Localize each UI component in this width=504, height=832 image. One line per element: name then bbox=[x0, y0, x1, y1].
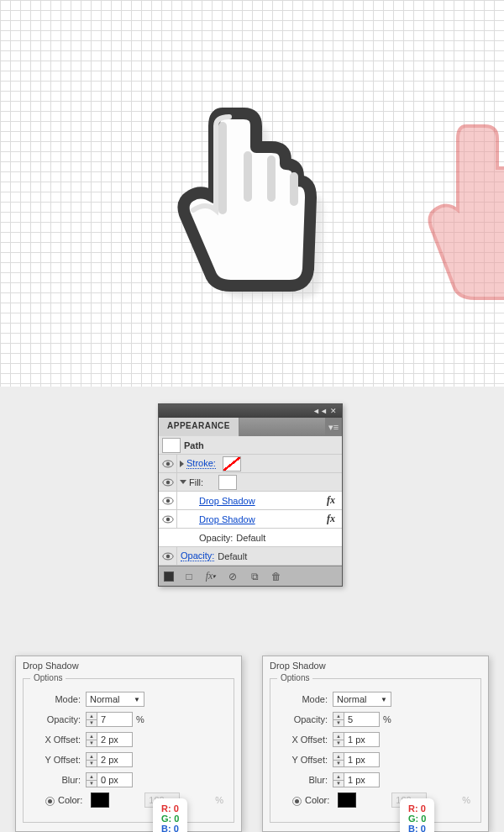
color-radio[interactable] bbox=[292, 797, 302, 806]
row-effect-2[interactable]: Drop Shadow fx bbox=[159, 510, 342, 529]
row-path[interactable]: Path bbox=[159, 436, 342, 455]
xoffset-stepper[interactable]: ▲▼1 px bbox=[333, 732, 380, 747]
mode-select[interactable]: Normal▼ bbox=[333, 692, 391, 707]
opacity-value: Default bbox=[236, 533, 265, 543]
artboard[interactable] bbox=[0, 0, 504, 387]
collapse-icon[interactable]: ◄◄ bbox=[315, 407, 325, 415]
color-swatch[interactable] bbox=[91, 793, 109, 808]
color-label: Color: bbox=[305, 795, 329, 805]
visibility-icon[interactable] bbox=[159, 492, 177, 510]
disclosure-down-icon[interactable] bbox=[180, 480, 186, 484]
drop-shadow-dialog-2: Drop Shadow Options Mode:Normal▼ Opacity… bbox=[262, 656, 489, 832]
options-label: Options bbox=[30, 673, 66, 682]
row-fill[interactable]: Fill: bbox=[159, 473, 342, 492]
yoffset-label: Y Offset: bbox=[30, 755, 81, 765]
new-stroke-icon[interactable]: □ bbox=[182, 570, 196, 583]
yoffset-row: Y Offset: ▲▼2 px bbox=[30, 751, 227, 768]
color-radio[interactable] bbox=[45, 797, 55, 806]
fill-label: Fill: bbox=[189, 477, 203, 487]
options-label: Options bbox=[277, 673, 312, 682]
xoffset-row: X Offset: ▲▼2 px bbox=[30, 731, 227, 748]
yoffset-stepper[interactable]: ▲▼2 px bbox=[86, 752, 133, 767]
drop-shadow-dialog-1: Drop Shadow Options Mode: Normal▼ Opacit… bbox=[15, 656, 242, 832]
opacity-value: Default bbox=[218, 551, 247, 561]
opacity-stepper[interactable]: ▲▼5 bbox=[333, 712, 380, 727]
foot-swatch-icon[interactable] bbox=[164, 571, 174, 582]
dialog-title: Drop Shadow bbox=[263, 656, 488, 675]
rgb-g: G: 0 bbox=[161, 814, 179, 824]
rgb-r: R: 0 bbox=[408, 803, 426, 814]
path-label: Path bbox=[184, 440, 204, 450]
svg-point-9 bbox=[165, 554, 169, 557]
opacity-row: Opacity: ▲▼7 % bbox=[30, 711, 227, 728]
fill-swatch[interactable] bbox=[218, 475, 237, 490]
row-fill-opacity[interactable]: Opacity: Default bbox=[159, 529, 342, 547]
mode-label: Mode: bbox=[30, 694, 81, 704]
percent-unit: % bbox=[136, 714, 144, 724]
blur-row: Blur: ▲▼0 px bbox=[30, 771, 227, 788]
panel-tabs: APPEARANCE ▾≡ bbox=[159, 418, 342, 436]
mode-row: Mode: Normal▼ bbox=[30, 691, 227, 708]
xoffset-stepper[interactable]: ▲▼2 px bbox=[86, 732, 133, 747]
opacity-label: Opacity: bbox=[277, 714, 328, 724]
visibility-icon[interactable] bbox=[159, 455, 177, 473]
svg-point-5 bbox=[165, 498, 169, 502]
tab-appearance[interactable]: APPEARANCE bbox=[159, 418, 239, 436]
appearance-panel: ◄◄ ✕ APPEARANCE ▾≡ Path Stroke: Fill: bbox=[158, 403, 343, 587]
add-effect-icon[interactable]: fx▾ bbox=[204, 570, 218, 583]
yoffset-stepper[interactable]: ▲▼1 px bbox=[333, 752, 380, 767]
color-swatch[interactable] bbox=[338, 793, 356, 808]
opacity-label: Opacity: bbox=[30, 714, 81, 724]
blur-stepper[interactable]: ▲▼1 px bbox=[333, 772, 380, 787]
appearance-rows: Path Stroke: Fill: Drop Shadow fx bbox=[159, 436, 342, 566]
percent-disabled: % bbox=[215, 795, 223, 805]
hand-cursor-icon bbox=[164, 97, 332, 298]
opacity-stepper[interactable]: ▲▼7 bbox=[86, 712, 133, 727]
chevron-down-icon: ▼ bbox=[134, 696, 140, 703]
effect-link[interactable]: Drop Shadow bbox=[199, 514, 255, 524]
svg-point-3 bbox=[165, 480, 169, 483]
svg-point-1 bbox=[165, 461, 169, 465]
row-stroke[interactable]: Stroke: bbox=[159, 455, 342, 473]
stroke-label[interactable]: Stroke: bbox=[186, 458, 216, 469]
rgb-r: R: 0 bbox=[161, 803, 179, 814]
clear-icon[interactable]: ⊘ bbox=[226, 570, 239, 583]
duplicate-icon[interactable]: ⧉ bbox=[248, 570, 261, 583]
dialog-title: Drop Shadow bbox=[16, 656, 241, 675]
svg-point-7 bbox=[165, 517, 169, 520]
yoffset-label: Y Offset: bbox=[277, 755, 328, 765]
path-thumb bbox=[162, 438, 181, 453]
mode-label: Mode: bbox=[277, 694, 328, 704]
rgb-tooltip-2: R: 0 G: 0 B: 0 bbox=[400, 798, 434, 832]
opacity-link[interactable]: Opacity: bbox=[181, 550, 214, 561]
xoffset-label: X Offset: bbox=[30, 735, 81, 745]
color-label: Color: bbox=[58, 795, 82, 805]
visibility-icon[interactable] bbox=[159, 510, 177, 529]
blur-stepper[interactable]: ▲▼0 px bbox=[86, 772, 133, 787]
mode-select[interactable]: Normal▼ bbox=[86, 692, 144, 707]
rgb-g: G: 0 bbox=[408, 814, 426, 824]
panels-area: ◄◄ ✕ APPEARANCE ▾≡ Path Stroke: Fill: bbox=[0, 387, 504, 832]
fx-icon: fx bbox=[327, 513, 335, 525]
tab-spacer bbox=[239, 418, 325, 436]
color-row: Color: 100 % bbox=[30, 792, 227, 808]
visibility-icon[interactable] bbox=[159, 473, 177, 492]
panel-menu-icon[interactable]: ▾≡ bbox=[325, 418, 342, 436]
panel-header: ◄◄ ✕ bbox=[159, 404, 342, 418]
stroke-swatch-none[interactable] bbox=[223, 456, 241, 471]
xoffset-label: X Offset: bbox=[277, 735, 328, 745]
disclosure-icon[interactable] bbox=[180, 461, 184, 467]
close-icon[interactable]: ✕ bbox=[328, 407, 339, 415]
hand-cursor-red bbox=[420, 118, 504, 303]
trash-icon[interactable]: 🗑 bbox=[270, 570, 283, 583]
rgb-b: B: 0 bbox=[408, 824, 426, 832]
visibility-icon[interactable] bbox=[159, 547, 177, 566]
blur-label: Blur: bbox=[30, 775, 81, 785]
fx-icon: fx bbox=[327, 494, 335, 507]
rgb-b: B: 0 bbox=[161, 824, 179, 832]
blur-label: Blur: bbox=[277, 775, 328, 785]
row-opacity[interactable]: Opacity: Default bbox=[159, 547, 342, 566]
row-effect-1[interactable]: Drop Shadow fx bbox=[159, 492, 342, 510]
opacity-label: Opacity: bbox=[199, 533, 233, 543]
effect-link[interactable]: Drop Shadow bbox=[199, 496, 255, 506]
